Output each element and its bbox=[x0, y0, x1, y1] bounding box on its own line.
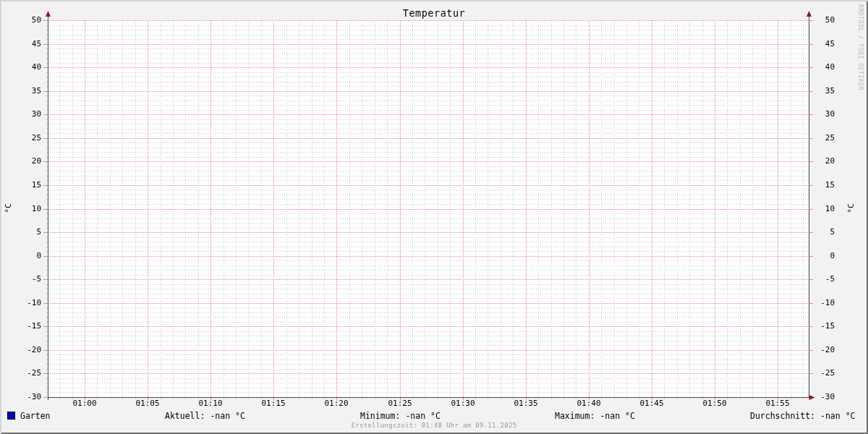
stat-maximum-label: Maximum: bbox=[555, 411, 595, 421]
stat-minimum: Minimum:-nan °C bbox=[360, 411, 441, 421]
y-axis-label-left: °C bbox=[4, 203, 13, 213]
stat-durchschnitt-value: -nan °C bbox=[820, 411, 855, 421]
stat-minimum-label: Minimum: bbox=[360, 411, 400, 421]
rrdtool-watermark: RRDTOOL / TOBI OETIKER bbox=[857, 4, 864, 90]
stat-maximum: Maximum:-nan °C bbox=[555, 411, 635, 421]
chart-title: Temperatur bbox=[0, 7, 868, 19]
stat-aktuell-label: Aktuell: bbox=[165, 411, 205, 421]
rrdtool-temperature-graph: Temperatur °C °C RRDTOOL / TOBI OETIKER … bbox=[0, 0, 868, 434]
stat-minimum-value: -nan °C bbox=[405, 411, 440, 421]
y-axis-label-right: °C bbox=[846, 203, 856, 213]
legend-color-swatch bbox=[7, 412, 15, 420]
legend-series-label: Garten bbox=[20, 411, 51, 421]
creation-timestamp: Erstellungszeit: 01:48 Uhr am 09.11.2025 bbox=[0, 422, 868, 429]
stat-aktuell-value: -nan °C bbox=[210, 411, 244, 421]
stat-durchschnitt-label: Durchschnitt: bbox=[750, 411, 815, 421]
stat-maximum-value: -nan °C bbox=[600, 411, 634, 421]
chart-grid-canvas bbox=[0, 0, 868, 434]
stat-aktuell: Aktuell:-nan °C bbox=[165, 411, 245, 421]
stat-durchschnitt: Durchschnitt:-nan °C bbox=[750, 411, 855, 421]
